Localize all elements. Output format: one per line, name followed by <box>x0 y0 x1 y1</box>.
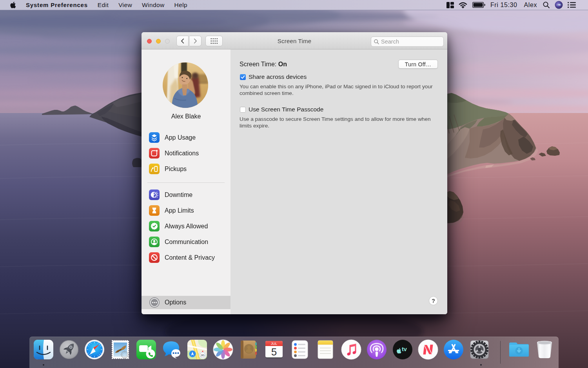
svg-text:5: 5 <box>271 346 277 358</box>
svg-text:JUL: JUL <box>271 342 277 346</box>
svg-text:tv: tv <box>402 346 407 352</box>
svg-text:3D: 3D <box>201 353 205 357</box>
